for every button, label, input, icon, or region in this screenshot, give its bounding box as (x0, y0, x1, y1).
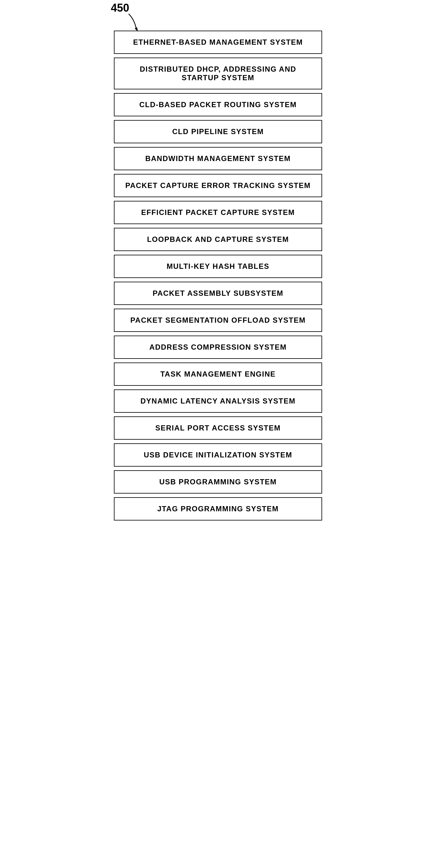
system-label-packet-segmentation-offload: PACKET SEGMENTATION OFFLOAD SYSTEM (130, 316, 306, 324)
system-box-distributed-dhcp: DISTRIBUTED DHCP, ADDRESSING AND STARTUP… (114, 58, 322, 89)
system-box-ethernet-based-management: ETHERNET-BASED MANAGEMENT SYSTEM (114, 31, 322, 54)
system-label-address-compression: ADDRESS COMPRESSION SYSTEM (149, 343, 287, 351)
system-box-cld-based-packet-routing: CLD-BASED PACKET ROUTING SYSTEM (114, 93, 322, 116)
system-label-usb-programming: USB PROGRAMMING SYSTEM (159, 477, 277, 486)
system-label-serial-port-access: SERIAL PORT ACCESS SYSTEM (155, 424, 281, 432)
system-label-packet-capture-error-tracking: PACKET CAPTURE ERROR TRACKING SYSTEM (125, 181, 311, 189)
system-label-jtag-programming: JTAG PROGRAMMING SYSTEM (157, 504, 279, 513)
system-box-bandwidth-management: BANDWIDTH MANAGEMENT SYSTEM (114, 147, 322, 170)
svg-marker-0 (135, 27, 138, 32)
system-box-dynamic-latency-analysis: DYNAMIC LATENCY ANALYSIS SYSTEM (114, 390, 322, 413)
system-box-usb-device-initialization: USB DEVICE INITIALIZATION SYSTEM (114, 443, 322, 467)
system-label-efficient-packet-capture: EFFICIENT PACKET CAPTURE SYSTEM (141, 208, 295, 216)
system-label-packet-assembly-subsystem: PACKET ASSEMBLY SUBSYSTEM (153, 289, 283, 297)
system-box-usb-programming: USB PROGRAMMING SYSTEM (114, 470, 322, 494)
system-label-cld-pipeline: CLD PIPELINE SYSTEM (172, 127, 263, 136)
diagram-label: 450 (111, 2, 129, 14)
system-box-multi-key-hash-tables: MULTI-KEY HASH TABLES (114, 255, 322, 278)
diagram-container: 450 ETHERNET-BASED MANAGEMENT SYSTEMDIST… (102, 31, 334, 524)
system-box-packet-assembly-subsystem: PACKET ASSEMBLY SUBSYSTEM (114, 282, 322, 305)
label-arrow (126, 14, 141, 32)
system-box-task-management-engine: TASK MANAGEMENT ENGINE (114, 363, 322, 386)
system-label-usb-device-initialization: USB DEVICE INITIALIZATION SYSTEM (144, 451, 292, 459)
system-label-dynamic-latency-analysis: DYNAMIC LATENCY ANALYSIS SYSTEM (141, 397, 296, 405)
system-box-address-compression: ADDRESS COMPRESSION SYSTEM (114, 336, 322, 359)
system-label-ethernet-based-management: ETHERNET-BASED MANAGEMENT SYSTEM (133, 38, 303, 46)
system-box-packet-capture-error-tracking: PACKET CAPTURE ERROR TRACKING SYSTEM (114, 174, 322, 197)
system-box-serial-port-access: SERIAL PORT ACCESS SYSTEM (114, 416, 322, 440)
systems-list: ETHERNET-BASED MANAGEMENT SYSTEMDISTRIBU… (114, 31, 322, 524)
system-label-multi-key-hash-tables: MULTI-KEY HASH TABLES (166, 262, 270, 270)
system-label-bandwidth-management: BANDWIDTH MANAGEMENT SYSTEM (145, 154, 290, 162)
system-box-cld-pipeline: CLD PIPELINE SYSTEM (114, 120, 322, 143)
system-box-loopback-and-capture: LOOPBACK AND CAPTURE SYSTEM (114, 228, 322, 251)
system-label-task-management-engine: TASK MANAGEMENT ENGINE (160, 370, 276, 378)
system-box-jtag-programming: JTAG PROGRAMMING SYSTEM (114, 497, 322, 521)
system-label-loopback-and-capture: LOOPBACK AND CAPTURE SYSTEM (147, 235, 289, 243)
system-box-packet-segmentation-offload: PACKET SEGMENTATION OFFLOAD SYSTEM (114, 309, 322, 332)
system-box-efficient-packet-capture: EFFICIENT PACKET CAPTURE SYSTEM (114, 201, 322, 224)
system-label-distributed-dhcp: DISTRIBUTED DHCP, ADDRESSING AND STARTUP… (139, 65, 296, 82)
system-label-cld-based-packet-routing: CLD-BASED PACKET ROUTING SYSTEM (139, 100, 297, 109)
